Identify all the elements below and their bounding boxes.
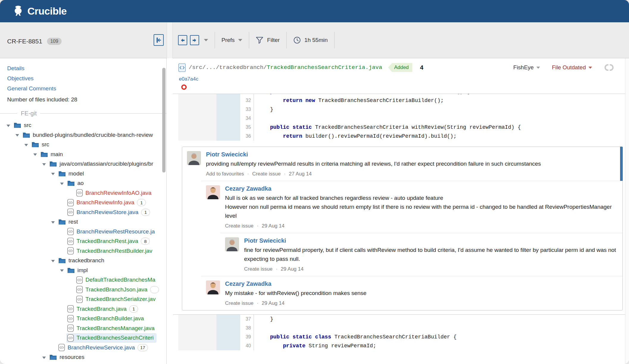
code-line[interactable]: 40 private String reviewPermaId; [173,341,625,350]
code-line[interactable]: 34 [173,114,625,123]
prev-diff-button[interactable] [178,35,187,45]
tree-folder-item[interactable]: main [0,150,166,159]
code-line[interactable]: 39 public static class TrackedBranchesSe… [173,332,625,341]
file-path[interactable]: /src/.../trackedbranch/ TrackedBranchesS… [189,64,382,71]
tree-folder-item[interactable]: src [0,120,166,130]
comment-author-link[interactable]: Piotr Swiecicki [244,237,286,244]
toolbar-divider [334,32,335,48]
file-header: /src/.../trackedbranch/ TrackedBranchesS… [178,63,619,72]
tree-item-label: BranchReviewInfo.java [77,199,134,206]
tree-expand-caret[interactable] [51,259,58,262]
code-line[interactable]: 36 return builder().reviewPermaId(review… [173,132,625,141]
tree-folder-item[interactable]: java/com/atlassian/crucible/plugins/br [0,159,166,169]
code-line[interactable]: 37 } [173,315,625,324]
tree-folder-item[interactable]: impl [0,266,166,275]
sidebar-scrollbar[interactable] [162,68,166,172]
folder-icon [40,151,48,157]
tree-file-item[interactable]: BranchReviewStore.java1 [0,208,166,217]
filter-funnel-icon [256,37,263,44]
tree-expand-caret[interactable] [33,153,40,156]
prefs-dropdown[interactable]: Prefs [221,37,242,43]
tree-file-item[interactable]: TrackedBranchSerializer.jav [0,294,166,304]
code-file-icon [67,247,74,255]
sidebar-link-general-comments[interactable]: General Comments [7,85,166,92]
tree-file-item[interactable]: BranchReviewRestResource.ja [0,227,166,237]
tree-item-label: trackedbranch [68,257,104,264]
comment-author-link[interactable]: Cezary Zawadka [225,280,271,287]
fisheye-dropdown[interactable]: FishEye [513,64,540,71]
tree-file-item[interactable]: TrackedBranchesManager.java [0,324,166,333]
tree-file-item[interactable]: DefaultTrackedBranchesMa [0,275,166,285]
comment-timestamp: 29 Aug 14 [262,223,285,229]
code-gutter-blue [216,341,240,350]
code-line[interactable]: 35 public static TrackedBranchesSearchCr… [173,123,625,132]
user-avatar[interactable] [206,185,220,199]
tree-file-item[interactable]: TrackedBranchRest.java8 [0,236,166,246]
comment-action-create-issue[interactable]: Create issue [244,266,272,272]
tree-file-item[interactable]: BranchReviewInfoAO.java [0,188,166,198]
tree-expand-caret[interactable] [51,220,58,224]
file-outdated-dropdown[interactable]: File Outdated [552,64,592,71]
tree-file-item[interactable]: TrackedBranch.java1 [0,304,166,314]
tree-file-item[interactable]: TrackedBranchJson.java [0,285,166,295]
tree-folder-item[interactable]: model [0,169,166,179]
comment-author-link[interactable]: Piotr Swiecicki [206,151,248,158]
tree-file-item[interactable]: BranchReviewInfo.java1 [0,198,166,208]
comment-action-add-to-favourites[interactable]: Add to favourites [206,171,244,177]
changeset-link[interactable]: e0a7a4c [179,76,198,82]
tree-folder-item[interactable]: rest [0,217,166,227]
tree-folder-item[interactable]: src [0,140,166,150]
comment-timestamp: 29 Aug 14 [281,266,304,272]
sidebar-link-details[interactable]: Details [7,65,166,71]
tree-folder-item[interactable]: ao [0,178,166,188]
code-text: return new TrackedBranchesSearchCriteria… [254,96,444,105]
diff-nav-dropdown-caret[interactable] [204,39,208,41]
comment-action-create-issue[interactable]: Create issue [252,171,280,177]
main-scrollbar[interactable] [625,58,629,364]
code-gutter-margin [173,332,178,341]
tree-expand-caret[interactable] [60,269,67,272]
code-line[interactable]: 32 return new TrackedBranchesSearchCrite… [173,96,625,105]
tree-expand-caret[interactable] [7,124,13,127]
tree-item-label: BranchReviewService.java [68,344,135,351]
code-line[interactable]: 33 } [173,105,625,114]
code-text: public static TrackedBranchesSearchCrite… [254,94,469,96]
tree-file-item[interactable]: TrackedBranchBuilder.java [0,314,166,324]
brand-name: Crucible [27,5,67,17]
user-avatar[interactable] [206,280,220,294]
tree-folder-item[interactable]: trackedbranch [0,256,166,266]
comment-author-link[interactable]: Cezary Zawadka [225,185,271,192]
tree-file-item[interactable]: TrackedBranchRestBuilder.jav [0,246,166,256]
tree-expand-caret[interactable] [51,172,58,175]
code-line[interactable]: 38 [173,324,625,332]
sidebar-link-objectives[interactable]: Objectives [7,75,166,81]
code-gutter-gray [178,324,216,332]
tree-expand-caret[interactable] [15,133,22,136]
code-text [254,324,257,332]
code-line[interactable]: public static TrackedBranchesSearchCrite… [173,94,625,96]
user-avatar[interactable] [187,151,201,165]
folder-icon [49,354,57,360]
tree-expand-caret[interactable] [42,356,49,359]
code-text [254,114,257,123]
tree-expand-caret[interactable] [42,162,49,166]
comment-action-create-issue[interactable]: Create issue [225,300,253,306]
comment-action-create-issue[interactable]: Create issue [225,223,253,229]
chevron-down-icon [238,39,242,41]
tree-expand-caret[interactable] [24,143,31,146]
next-diff-button[interactable] [190,35,199,45]
code-gutter-margin [173,341,178,350]
tree-file-item[interactable]: BranchReviewService.java17 [0,343,166,353]
filter-button[interactable]: Filter [256,37,280,44]
prefs-label: Prefs [221,37,235,43]
collapse-sidebar-button[interactable] [154,34,164,46]
user-avatar[interactable] [225,237,239,251]
tree-folder-item[interactable]: bundled-plugins/bundled/crucible-branch-… [0,130,166,140]
unlink-icon[interactable] [604,64,614,71]
tree-folder-item[interactable] [0,362,166,364]
tree-file-item[interactable]: TrackedBranchesSearchCriteri [0,333,166,343]
panel-divider [167,22,173,58]
time-spent-button[interactable]: 1h 55min [293,36,328,44]
tree-folder-item[interactable]: resources [0,352,166,362]
tree-expand-caret[interactable] [60,182,67,185]
